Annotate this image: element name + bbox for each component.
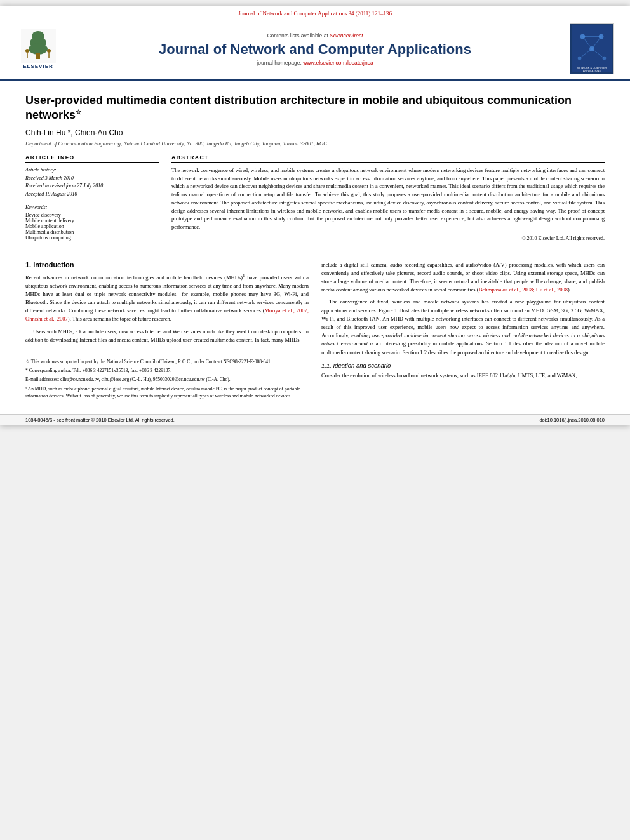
intro-p1: Recent advances in network communication… (25, 272, 309, 324)
article-title-section: User-provided multimedia content distrib… (25, 93, 605, 147)
article-info-header: ARTICLE INFO (25, 154, 159, 163)
abstract-col: ABSTRACT The network convergence of wire… (171, 154, 605, 245)
contents-available: Contents lists available at ScienceDirec… (67, 32, 563, 39)
article-meta-section: ARTICLE INFO Article history: Received 3… (25, 154, 605, 245)
body-section: 1. Introduction Recent advances in netwo… (25, 261, 605, 401)
keyword-3: Mobile application (25, 223, 159, 229)
article-title-star: ☆ (76, 109, 81, 116)
keyword-1: Device discovery (25, 212, 159, 218)
bottom-bar: 1084-8045/$ - see front matter © 2010 El… (0, 414, 630, 425)
intro-section-title: 1. Introduction (25, 261, 309, 269)
keyword-5: Ubiquitous computing (25, 235, 159, 241)
keywords-label: Keywords: (25, 204, 47, 210)
right-p2: The convergence of fixed, wireless and m… (321, 298, 605, 356)
header-right: NETWORK & COMPUTER APPLICATIONS (563, 23, 620, 74)
svg-rect-4 (36, 53, 40, 59)
keywords-section: Keywords: Device discovery Mobile conten… (25, 204, 159, 241)
article-title: User-provided multimedia content distrib… (25, 93, 605, 123)
sciencedirect-link[interactable]: ScienceDirect (330, 32, 363, 39)
history-label: Article history: (25, 167, 57, 173)
footnote-area: ☆ This work was supported in part by the… (25, 354, 309, 399)
journal-bar: Journal of Network and Computer Applicat… (0, 6, 630, 18)
journal-homepage: journal homepage: www.elsevier.com/locat… (67, 60, 563, 66)
accepted: Accepted 19 August 2010 (25, 190, 159, 199)
article-title-text: User-provided multimedia content distrib… (25, 94, 572, 121)
issn-text: 1084-8045/$ - see front matter © 2010 El… (25, 417, 175, 423)
header-center: Contents lists available at ScienceDirec… (67, 32, 563, 66)
subsection-1-1-title: 1.1. Ideation and scenario (321, 362, 605, 369)
affiliation-text: Department of Communication Engineering,… (25, 140, 327, 147)
journal-title: Journal of Network and Computer Applicat… (67, 41, 563, 58)
footnote-email: E-mail addresses: clhu@ce.ncu.edu.tw, cl… (25, 376, 309, 383)
copyright: © 2010 Elsevier Ltd. All rights reserved… (171, 235, 605, 243)
header: ELSEVIER Contents lists available at Sci… (0, 18, 630, 81)
article-info-col: ARTICLE INFO Article history: Received 3… (25, 154, 159, 245)
ref-belim[interactable]: Belimpasakis et al., 2008; Hu et al., 20… (479, 286, 568, 293)
body-left-col: 1. Introduction Recent advances in netwo… (25, 261, 309, 401)
elsevier-tree-icon (21, 29, 56, 63)
article-history: Article history: Received 3 March 2010 R… (25, 166, 159, 199)
intro-p2: Users with MHDs, a.k.a. mobile users, no… (25, 328, 309, 344)
keyword-2: Mobile content delivery (25, 218, 159, 223)
intro-right-text: include a digital still camera, audio re… (321, 261, 605, 357)
abstract-body: The network convergence of wired, wirele… (171, 166, 605, 231)
elsevier-logo: ELSEVIER (10, 29, 67, 69)
received-1: Received 3 March 2010 (25, 175, 159, 183)
right-p3: Consider the evolution of wireless broad… (321, 371, 605, 380)
footnote-asterisk: * Corresponding author. Tel.: +886 3 422… (25, 367, 309, 374)
homepage-link[interactable]: www.elsevier.com/locate/jnca (303, 60, 373, 66)
body-right-col: include a digital still camera, audio re… (321, 261, 605, 401)
page: Journal of Network and Computer Applicat… (0, 6, 630, 425)
svg-point-7 (47, 49, 51, 53)
journal-cover-image: NETWORK & COMPUTER APPLICATIONS (570, 23, 614, 74)
right-p1: include a digital still camera, audio re… (321, 261, 605, 295)
section-divider (25, 253, 605, 253)
authors-text: Chih-Lin Hu *, Chien-An Cho (25, 128, 123, 137)
main-content: User-provided multimedia content distrib… (0, 81, 630, 414)
journal-bar-text: Journal of Network and Computer Applicat… (238, 10, 392, 17)
subsection-1-1-text: Consider the evolution of wireless broad… (321, 371, 605, 380)
svg-point-5 (25, 49, 29, 53)
elsevier-label: ELSEVIER (23, 63, 53, 69)
abstract-text: The network convergence of wired, wirele… (171, 166, 605, 243)
doi-text: doi:10.1016/j.jnca.2010.08.010 (539, 417, 605, 423)
footnote-1: ¹ An MHD, such as mobile phone, personal… (25, 385, 309, 400)
keyword-4: Multimedia distribution (25, 229, 159, 235)
ref-moriya[interactable]: Moriya et al., 2007; Ohnishi et al., 200… (25, 307, 309, 322)
authors: Chih-Lin Hu *, Chien-An Cho (25, 128, 605, 137)
intro-body-text: Recent advances in network communication… (25, 272, 309, 344)
revised: Received in revised form 27 July 2010 (25, 182, 159, 190)
affiliation: Department of Communication Engineering,… (25, 140, 605, 147)
abstract-header: ABSTRACT (171, 154, 605, 163)
footnote-star: ☆ This work was supported in part by the… (25, 358, 309, 365)
svg-text:APPLICATIONS: APPLICATIONS (583, 69, 601, 72)
